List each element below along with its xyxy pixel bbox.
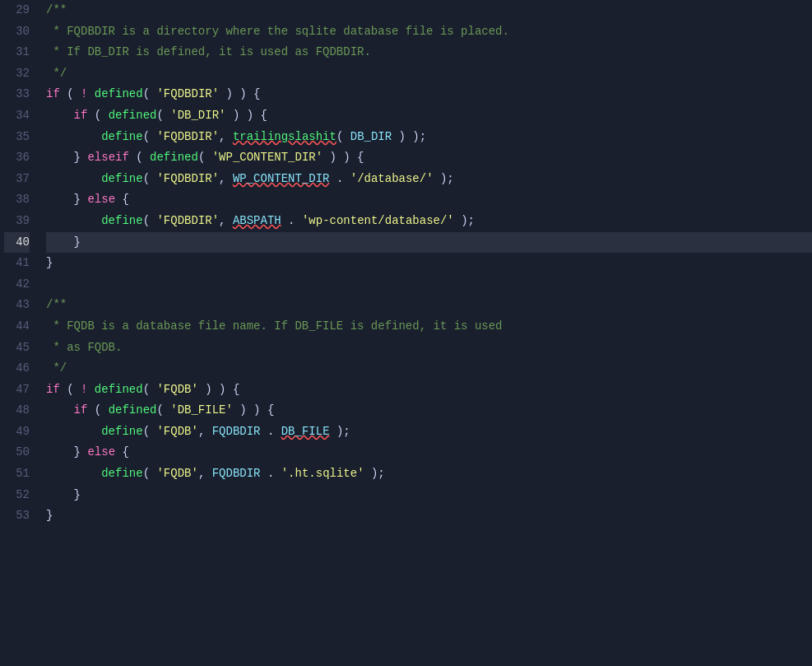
code-line-37: define( 'FQDBDIR', WP_CONTENT_DIR . '/da…: [46, 169, 812, 190]
code-line-50: } else {: [46, 442, 812, 463]
code-line-34: if ( defined( 'DB_DIR' ) ) {: [46, 105, 812, 127]
code-line-35: define( 'FQDBDIR', trailingslashit( DB_D…: [46, 127, 812, 148]
line-num-34: 34: [4, 105, 30, 127]
line-num-31: 31: [4, 42, 30, 63]
line-num-48: 48: [4, 400, 30, 421]
line-num-36: 36: [4, 147, 30, 169]
line-num-47: 47: [4, 380, 30, 401]
line-num-50: 50: [4, 442, 30, 463]
code-line-44: * FQDB is a database file name. If DB_FI…: [46, 316, 812, 338]
code-body[interactable]: /** * FQDBDIR is a directory where the s…: [38, 0, 812, 666]
line-num-30: 30: [4, 21, 30, 43]
code-line-49: define( 'FQDB', FQDBDIR . DB_FILE );: [46, 421, 812, 443]
code-line-43: /**: [46, 295, 812, 316]
code-line-29: /**: [46, 0, 812, 21]
code-line-47: if ( ! defined( 'FQDB' ) ) {: [46, 380, 812, 401]
code-line-31: * If DB_DIR is defined, it is used as FQ…: [46, 42, 812, 63]
code-line-30: * FQDBDIR is a directory where the sqlit…: [46, 21, 812, 43]
line-num-35: 35: [4, 127, 30, 148]
line-num-45: 45: [4, 338, 30, 359]
line-num-43: 43: [4, 295, 30, 316]
line-num-32: 32: [4, 63, 30, 85]
line-num-51: 51: [4, 463, 30, 485]
code-line-53: }: [46, 505, 812, 527]
line-num-41: 41: [4, 253, 30, 274]
code-line-32: */: [46, 63, 812, 85]
code-line-42: [46, 274, 812, 296]
line-num-46: 46: [4, 358, 30, 380]
code-line-40: }: [46, 232, 812, 254]
line-num-40: 40: [4, 232, 30, 254]
line-num-49: 49: [4, 421, 30, 443]
code-line-38: } else {: [46, 189, 812, 211]
code-line-41: }: [46, 253, 812, 274]
line-num-42: 42: [4, 274, 30, 296]
line-num-29: 29: [4, 0, 30, 21]
code-editor: 29 30 31 32 33 34 35 36 37 38 39 40 41 4…: [0, 0, 812, 666]
line-num-52: 52: [4, 485, 30, 506]
code-line-45: * as FQDB.: [46, 338, 812, 359]
line-num-38: 38: [4, 189, 30, 211]
code-line-33: if ( ! defined( 'FQDBDIR' ) ) {: [46, 84, 812, 105]
line-num-37: 37: [4, 169, 30, 190]
line-num-33: 33: [4, 84, 30, 105]
line-numbers: 29 30 31 32 33 34 35 36 37 38 39 40 41 4…: [0, 0, 38, 666]
line-num-44: 44: [4, 316, 30, 338]
code-line-39: define( 'FQDBDIR', ABSPATH . 'wp-content…: [46, 211, 812, 232]
line-num-39: 39: [4, 211, 30, 232]
code-line-46: */: [46, 358, 812, 380]
code-line-48: if ( defined( 'DB_FILE' ) ) {: [46, 400, 812, 421]
code-line-52: }: [46, 485, 812, 506]
line-num-53: 53: [4, 505, 30, 527]
code-line-36: } elseif ( defined( 'WP_CONTENT_DIR' ) )…: [46, 147, 812, 169]
code-line-51: define( 'FQDB', FQDBDIR . '.ht.sqlite' )…: [46, 463, 812, 485]
